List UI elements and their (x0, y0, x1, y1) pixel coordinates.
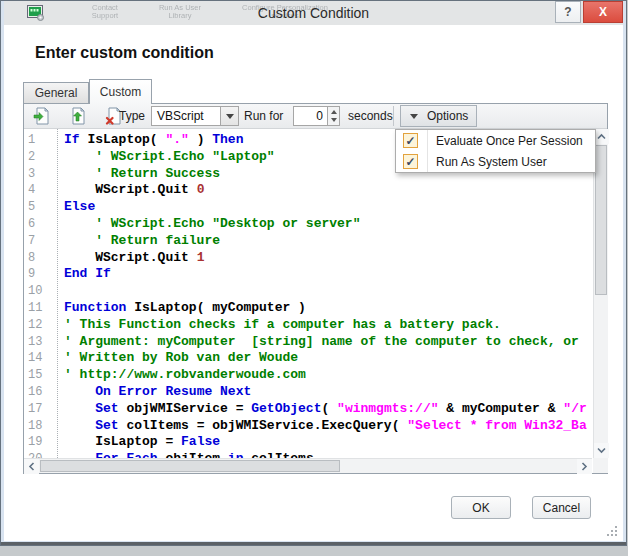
spin-down-icon[interactable] (328, 116, 339, 125)
scroll-down-icon[interactable] (594, 443, 609, 458)
run-for-input[interactable] (293, 106, 327, 126)
checkbox-checked-icon[interactable]: ✓ (403, 133, 418, 148)
page-title: Enter custom condition (35, 44, 214, 62)
cancel-button[interactable]: Cancel (532, 496, 591, 519)
code-line: WScript.Quit 1 (64, 250, 591, 267)
code-line: For Each objItem in colItems (64, 451, 591, 458)
code-line: Function IsLaptop( myComputer ) (64, 300, 591, 317)
code-line: ' Argument: myComputer [string] name of … (64, 334, 591, 351)
code-line: WScript.Quit 0 (64, 182, 591, 199)
code-line: ' Return failure (64, 233, 591, 250)
export-script-icon[interactable] (69, 107, 86, 125)
code-line: ' This Function checks if a computer has… (64, 317, 591, 334)
code-line: End If (64, 266, 591, 283)
custom-condition-dialog: Contact SupportRun As User LibraryConfig… (0, 0, 627, 546)
code-line: ' WScript.Echo "Desktop or server" (64, 216, 591, 233)
resize-grip[interactable] (606, 523, 618, 535)
tab-custom[interactable]: Custom (89, 79, 152, 104)
import-script-icon[interactable] (33, 107, 50, 125)
script-type-value: VBScript (157, 109, 204, 123)
ok-button[interactable]: OK (451, 496, 511, 519)
options-dropdown-menu: ✓Evaluate Once Per Session✓Run As System… (395, 129, 596, 173)
checkbox-checked-icon[interactable]: ✓ (403, 154, 418, 169)
code-line: Set objWMIService = GetObject( "winmgmts… (64, 401, 591, 418)
code-line: IsLaptop = False (64, 434, 591, 451)
code-line: Else (64, 199, 591, 216)
toolbar-separator (393, 106, 394, 126)
window-title: Custom Condition (1, 5, 626, 21)
horizontal-scrollbar[interactable] (24, 458, 592, 473)
code-line: ' http://www.robvanderwoude.com (64, 367, 591, 384)
scroll-right-icon[interactable] (577, 459, 592, 474)
scroll-up-icon[interactable] (594, 129, 609, 144)
tab-general[interactable]: General (23, 82, 89, 104)
spin-up-icon[interactable] (328, 107, 339, 116)
close-button[interactable]: X (583, 1, 623, 23)
menu-item-label: Evaluate Once Per Session (436, 134, 583, 148)
scrollbar-corner (593, 458, 608, 473)
scroll-left-icon[interactable] (24, 459, 39, 474)
help-button[interactable]: ? (555, 1, 581, 23)
type-label: Type (119, 109, 145, 123)
menu-item[interactable]: ✓Run As System User (396, 151, 595, 172)
vertical-scrollbar[interactable] (593, 129, 608, 458)
chevron-down-icon (410, 114, 418, 119)
code-line (64, 283, 591, 300)
menu-item-label: Run As System User (436, 155, 547, 169)
titlebar[interactable]: Contact SupportRun As User LibraryConfig… (1, 1, 626, 25)
code-line: ' Written by Rob van der Woude (64, 350, 591, 367)
run-for-stepper (293, 106, 340, 126)
code-editor[interactable]: If IsLaptop( "." ) Then ' WScript.Echo "… (58, 129, 591, 458)
screen: Contact SupportRun As User LibraryConfig… (0, 0, 628, 556)
code-line: On Error Resume Next (64, 384, 591, 401)
line-number-gutter: 1234567891011121314151617181920 (24, 129, 55, 458)
window-bottom-edge (1, 542, 626, 545)
editor-toolbar: Type VBScript Run for seconds Options (24, 104, 607, 129)
seconds-label: seconds (348, 109, 393, 123)
options-button[interactable]: Options (400, 105, 477, 127)
script-type-select[interactable]: VBScript (151, 106, 239, 126)
horizontal-scroll-thumb[interactable] (40, 460, 340, 472)
spinner-buttons (327, 106, 340, 126)
code-line: Set colItems = objWMIService.ExecQuery( … (64, 418, 591, 435)
menu-item[interactable]: ✓Evaluate Once Per Session (396, 130, 595, 151)
chevron-down-icon[interactable] (220, 107, 238, 125)
vertical-scroll-thumb[interactable] (595, 145, 607, 295)
run-for-label: Run for (244, 109, 283, 123)
